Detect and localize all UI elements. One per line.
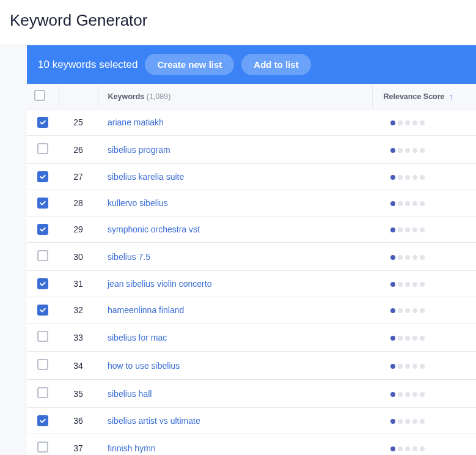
dot-empty-icon — [398, 336, 403, 341]
dot-empty-icon — [420, 255, 425, 260]
table-row: 26sibelius program — [27, 136, 476, 164]
relevance-score — [372, 271, 476, 297]
relevance-dots — [390, 419, 425, 424]
table-row: 33sibelius for mac — [27, 324, 476, 352]
table-row: 35sibelius hall — [27, 380, 476, 408]
relevance-score — [372, 352, 476, 380]
row-number: 25 — [59, 109, 98, 136]
table-row: 30sibelius 7.5 — [27, 243, 476, 271]
dot-empty-icon — [412, 446, 417, 451]
dot-empty-icon — [412, 175, 417, 180]
dot-filled-icon — [390, 255, 395, 260]
keyword-link[interactable]: how to use sibelius — [108, 361, 180, 371]
check-icon — [39, 199, 46, 207]
keyword-link[interactable]: finnish hymn — [108, 443, 156, 453]
dot-empty-icon — [398, 175, 403, 180]
column-relevance-header[interactable]: Relevance Score ↑ — [372, 84, 476, 109]
keyword-link[interactable]: kullervo sibelius — [108, 198, 168, 208]
relevance-dots — [390, 255, 425, 260]
dot-empty-icon — [412, 228, 417, 232]
relevance-score — [372, 216, 476, 243]
keyword-link[interactable]: sibelius artist vs ultimate — [108, 416, 200, 426]
keyword-link[interactable]: ariane matiakh — [108, 117, 164, 127]
row-number: 36 — [59, 408, 98, 434]
keyword-link[interactable]: sibelius program — [108, 145, 170, 155]
row-number: 29 — [59, 216, 98, 243]
dot-empty-icon — [412, 255, 417, 260]
relevance-score — [372, 324, 476, 352]
row-number: 37 — [59, 434, 98, 456]
row-checkbox[interactable] — [37, 224, 48, 235]
dot-empty-icon — [412, 282, 417, 287]
relevance-dots — [390, 175, 425, 180]
relevance-dots — [390, 148, 425, 153]
dot-empty-icon — [405, 201, 410, 206]
dot-empty-icon — [405, 364, 410, 369]
row-number: 33 — [59, 324, 98, 352]
dot-empty-icon — [398, 446, 403, 451]
table-row: 29symphonic orchestra vst — [27, 216, 476, 243]
selection-toolbar: 10 keywords selected Create new list Add… — [27, 45, 476, 84]
dot-empty-icon — [420, 419, 425, 424]
dot-empty-icon — [420, 201, 425, 206]
dot-empty-icon — [398, 392, 403, 397]
dot-filled-icon — [390, 201, 395, 206]
row-checkbox[interactable] — [37, 117, 48, 128]
keyword-link[interactable]: sibelius hall — [108, 389, 152, 399]
dot-filled-icon — [390, 175, 395, 180]
table-row: 37finnish hymn — [27, 434, 476, 456]
dot-empty-icon — [420, 336, 425, 341]
row-checkbox[interactable] — [37, 171, 48, 182]
dot-empty-icon — [398, 308, 403, 313]
keywords-table: Keywords (1,089) Relevance Score ↑ 25ari… — [27, 84, 476, 455]
relevance-dots — [390, 392, 425, 397]
dot-empty-icon — [412, 148, 417, 153]
keyword-link[interactable]: sibelius 7.5 — [108, 252, 150, 262]
row-checkbox[interactable] — [37, 278, 48, 289]
keywords-header-label: Keywords — [108, 92, 145, 101]
dot-empty-icon — [405, 148, 410, 153]
row-checkbox[interactable] — [37, 331, 48, 342]
row-checkbox[interactable] — [37, 198, 48, 209]
keyword-link[interactable]: sibelius for mac — [108, 333, 167, 342]
row-number: 35 — [59, 380, 98, 408]
relevance-score — [372, 297, 476, 324]
table-row: 34how to use sibelius — [27, 352, 476, 380]
keyword-link[interactable]: jean sibelius violin concerto — [108, 279, 211, 289]
keywords-count: (1,089) — [147, 92, 171, 101]
row-checkbox[interactable] — [37, 442, 48, 453]
column-keywords-header[interactable]: Keywords (1,089) — [98, 84, 372, 109]
select-all-checkbox[interactable] — [34, 90, 45, 101]
dot-empty-icon — [412, 201, 417, 206]
relevance-score — [372, 380, 476, 408]
keyword-link[interactable]: symphonic orchestra vst — [108, 224, 200, 234]
dot-empty-icon — [412, 336, 417, 341]
row-checkbox[interactable] — [37, 387, 48, 398]
row-checkbox[interactable] — [37, 143, 48, 154]
keyword-link[interactable]: sibelius karelia suite — [108, 172, 184, 182]
check-icon — [39, 119, 46, 126]
row-checkbox[interactable] — [37, 359, 48, 370]
page-title: Keyword Generator — [0, 0, 476, 45]
dot-filled-icon — [390, 364, 395, 369]
selected-count-text: 10 keywords selected — [38, 59, 137, 71]
dot-empty-icon — [405, 120, 410, 125]
row-number: 34 — [59, 352, 98, 380]
relevance-dots — [390, 228, 425, 232]
relevance-dots — [390, 308, 425, 313]
relevance-score — [372, 109, 476, 136]
row-checkbox[interactable] — [37, 415, 48, 426]
dot-empty-icon — [405, 255, 410, 260]
create-new-list-button[interactable]: Create new list — [145, 54, 234, 75]
relevance-score — [372, 136, 476, 164]
relevance-score — [372, 164, 476, 190]
relevance-header-label: Relevance Score — [384, 92, 445, 101]
row-checkbox[interactable] — [37, 250, 48, 261]
row-number: 27 — [59, 164, 98, 190]
relevance-dots — [390, 446, 425, 451]
keyword-link[interactable]: hameenlinna finland — [108, 305, 184, 315]
add-to-list-button[interactable]: Add to list — [241, 54, 310, 75]
dot-filled-icon — [390, 419, 395, 424]
dot-empty-icon — [420, 120, 425, 125]
row-checkbox[interactable] — [37, 305, 48, 316]
